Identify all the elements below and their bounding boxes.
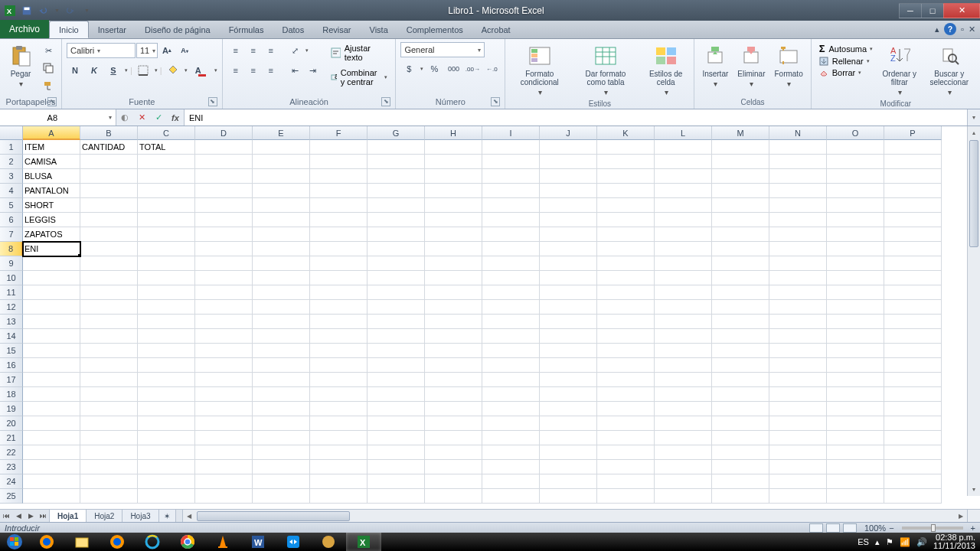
ribbon-tab-revisar[interactable]: Revisar — [313, 21, 360, 38]
cell[interactable] — [540, 358, 597, 373]
cell[interactable] — [597, 227, 655, 242]
cell[interactable] — [712, 416, 769, 431]
currency-icon[interactable]: $ — [400, 60, 417, 77]
cell[interactable] — [540, 256, 597, 271]
cell[interactable] — [138, 184, 195, 198]
align-middle-icon[interactable]: ≡ — [245, 42, 262, 59]
cut-icon[interactable]: ✂ — [40, 42, 57, 59]
cell[interactable] — [253, 242, 310, 256]
decrease-decimal-icon[interactable]: ←.0 — [483, 60, 500, 77]
sheet-tab[interactable]: Hoja3 — [122, 510, 158, 523]
cell[interactable] — [138, 387, 195, 402]
column-header[interactable]: N — [769, 126, 827, 140]
fill-color-icon[interactable] — [165, 62, 181, 79]
cell[interactable] — [195, 445, 253, 460]
cell[interactable] — [769, 169, 827, 184]
cell[interactable] — [195, 300, 253, 315]
cell[interactable] — [80, 344, 138, 358]
cell[interactable] — [253, 256, 310, 271]
cell[interactable] — [80, 387, 138, 402]
cell[interactable] — [368, 474, 425, 489]
cell[interactable] — [884, 474, 942, 489]
cell[interactable] — [884, 198, 942, 213]
ribbon-tab-fórmulas[interactable]: Fórmulas — [220, 21, 273, 38]
cell[interactable] — [310, 300, 368, 315]
cell[interactable] — [138, 445, 195, 460]
cell[interactable] — [884, 227, 942, 242]
cell[interactable]: CAMISA — [23, 155, 80, 169]
cell[interactable] — [827, 285, 884, 300]
cell[interactable] — [80, 198, 138, 213]
row-header[interactable]: 22 — [0, 445, 23, 460]
cell[interactable]: PANTALON — [23, 184, 80, 198]
cell[interactable] — [425, 285, 482, 300]
cell[interactable] — [80, 329, 138, 344]
column-header[interactable]: E — [253, 126, 310, 140]
cell[interactable] — [253, 460, 310, 474]
cell[interactable] — [712, 271, 769, 285]
cell[interactable] — [597, 416, 655, 431]
cell[interactable] — [482, 213, 540, 227]
cell[interactable] — [482, 140, 540, 155]
cell[interactable] — [884, 460, 942, 474]
cell[interactable] — [540, 431, 597, 445]
cell[interactable] — [769, 155, 827, 169]
cell[interactable] — [712, 445, 769, 460]
cell[interactable] — [23, 344, 80, 358]
cell[interactable] — [540, 315, 597, 329]
cell[interactable] — [712, 373, 769, 387]
cell[interactable] — [310, 431, 368, 445]
row-header[interactable]: 12 — [0, 300, 23, 315]
cell[interactable] — [884, 140, 942, 155]
cell[interactable] — [540, 329, 597, 344]
cell[interactable] — [482, 198, 540, 213]
cell[interactable] — [310, 387, 368, 402]
cell[interactable] — [655, 315, 712, 329]
cell[interactable] — [195, 344, 253, 358]
cell[interactable] — [655, 344, 712, 358]
font-size-combo[interactable]: 11▾ — [136, 43, 158, 58]
cell[interactable] — [368, 256, 425, 271]
cell[interactable] — [597, 474, 655, 489]
cell[interactable] — [482, 184, 540, 198]
cell[interactable] — [253, 271, 310, 285]
cell[interactable] — [80, 300, 138, 315]
cell[interactable] — [253, 373, 310, 387]
ribbon-tab-insertar[interactable]: Insertar — [89, 21, 136, 38]
cell[interactable] — [80, 271, 138, 285]
cell[interactable] — [138, 285, 195, 300]
sheet-tab[interactable]: Hoja1 — [50, 510, 87, 523]
cell[interactable] — [884, 373, 942, 387]
cell[interactable] — [884, 387, 942, 402]
cell[interactable] — [827, 416, 884, 431]
cell[interactable]: LEGGIS — [23, 213, 80, 227]
cell[interactable] — [80, 285, 138, 300]
cell[interactable] — [655, 213, 712, 227]
cell[interactable] — [712, 489, 769, 504]
format-as-table-button[interactable]: Dar formato como tabla▾ — [572, 42, 639, 98]
cell[interactable] — [425, 373, 482, 387]
cell[interactable] — [655, 387, 712, 402]
cell[interactable] — [80, 416, 138, 431]
cell[interactable] — [769, 416, 827, 431]
cell[interactable] — [482, 416, 540, 431]
row-header[interactable]: 9 — [0, 256, 23, 271]
align-right-icon[interactable]: ≡ — [263, 62, 279, 79]
number-dialog-launcher[interactable]: ⬊ — [491, 97, 500, 106]
help-icon[interactable]: ? — [944, 23, 956, 35]
zoom-level[interactable]: 100% — [864, 523, 886, 533]
column-header[interactable]: A — [23, 126, 80, 140]
cell[interactable] — [597, 300, 655, 315]
cell[interactable] — [425, 445, 482, 460]
cell[interactable] — [368, 140, 425, 155]
comma-icon[interactable]: 000 — [445, 60, 462, 77]
cell[interactable] — [769, 373, 827, 387]
column-header[interactable]: G — [368, 126, 425, 140]
cell[interactable] — [310, 285, 368, 300]
cell[interactable] — [769, 227, 827, 242]
cell[interactable] — [540, 169, 597, 184]
cell[interactable] — [712, 242, 769, 256]
cell[interactable] — [712, 227, 769, 242]
cell[interactable] — [655, 431, 712, 445]
cell[interactable] — [310, 155, 368, 169]
